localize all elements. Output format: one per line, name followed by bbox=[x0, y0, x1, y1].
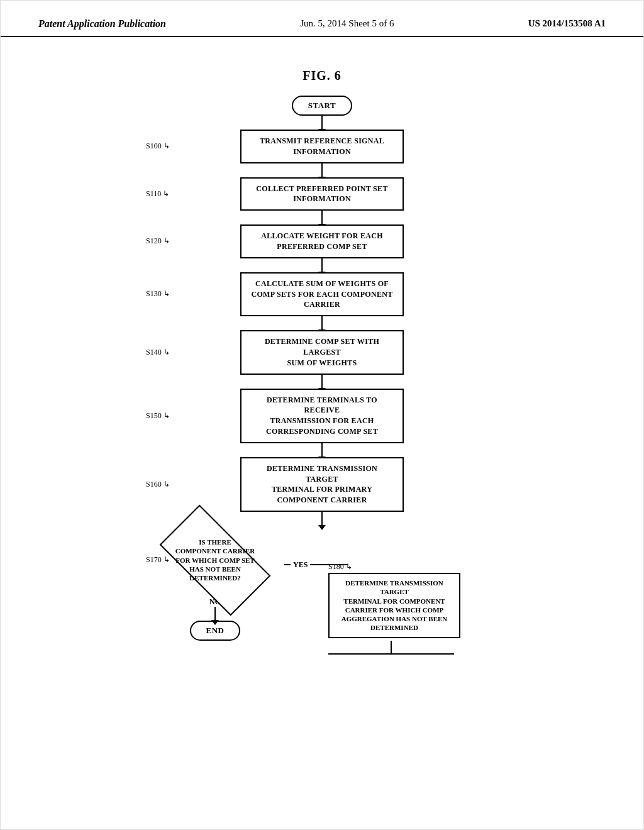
step-s100-label: S100 ↳ bbox=[146, 141, 170, 151]
start-node: START bbox=[292, 96, 352, 116]
publication-label: Patent Application Publication bbox=[38, 18, 166, 30]
arrow-no bbox=[214, 607, 216, 621]
figure-title: FIG. 6 bbox=[303, 69, 341, 83]
main-content: FIG. 6 START S100 ↳ TRANSMIT REFERENCE S… bbox=[1, 37, 643, 653]
yes-line-h1 bbox=[284, 564, 291, 565]
step-s170-text: IS THERECOMPONENT CARRIERFOR WHICH COMP … bbox=[171, 538, 259, 582]
start-shape: START bbox=[292, 96, 352, 116]
step-s130-row: S130 ↳ CALCULATE SUM OF WEIGHTS OFCOMP S… bbox=[146, 272, 498, 316]
step-s170-diamond: IS THERECOMPONENT CARRIERFOR WHICH COMP … bbox=[152, 526, 278, 595]
step-s160-row: S160 ↳ DETERMINE TRANSMISSION TARGETTERM… bbox=[146, 457, 498, 512]
back-arrow-left bbox=[328, 653, 454, 655]
step-s140-label: S140 ↳ bbox=[146, 348, 170, 357]
arrow-4 bbox=[321, 258, 323, 272]
step-s100-box: TRANSMIT REFERENCE SIGNALINFORMATION bbox=[240, 130, 404, 163]
step-s120-box: ALLOCATE WEIGHT FOR EACHPREFERRED COMP S… bbox=[240, 224, 404, 258]
yes-label: YES bbox=[293, 560, 308, 570]
step-s160-label: S160 ↳ bbox=[146, 480, 170, 489]
step-s120-label: S120 ↳ bbox=[146, 236, 170, 246]
step-s130-label: S130 ↳ bbox=[146, 289, 170, 299]
arrow-1 bbox=[321, 116, 323, 130]
patent-number-label: US 2014/153508 A1 bbox=[528, 18, 606, 29]
step-s110-row: S110 ↳ COLLECT PREFERRED POINT SETINFORM… bbox=[146, 177, 498, 211]
step-s130-box: CALCULATE SUM OF WEIGHTS OFCOMP SETS FOR… bbox=[240, 272, 404, 316]
step-s110-label: S110 ↳ bbox=[146, 189, 169, 199]
back-arrow-up bbox=[391, 641, 392, 653]
step-s140-row: S140 ↳ DETERMINE COMP SET WITH LARGESTSU… bbox=[146, 330, 498, 374]
arrow-2 bbox=[321, 163, 323, 177]
arrow-6 bbox=[321, 375, 323, 389]
step-s100-row: S100 ↳ TRANSMIT REFERENCE SIGNALINFORMAT… bbox=[146, 130, 498, 163]
date-sheet-label: Jun. 5, 2014 Sheet 5 of 6 bbox=[300, 18, 394, 29]
step-s160-box: DETERMINE TRANSMISSION TARGETTERMINAL FO… bbox=[240, 457, 404, 512]
page-header: Patent Application Publication Jun. 5, 2… bbox=[1, 1, 643, 37]
arrow-8 bbox=[321, 512, 323, 526]
flowchart: START S100 ↳ TRANSMIT REFERENCE SIGNALIN… bbox=[133, 96, 511, 641]
step-s150-box: DETERMINE TERMINALS TO RECEIVETRANSMISSI… bbox=[240, 389, 404, 443]
step-s140-box: DETERMINE COMP SET WITH LARGESTSUM OF WE… bbox=[240, 330, 404, 374]
arrow-5 bbox=[321, 316, 323, 330]
step-s150-row: S150 ↳ DETERMINE TERMINALS TO RECEIVETRA… bbox=[146, 389, 498, 443]
step-s180-label: S180 ↳ bbox=[328, 562, 352, 572]
step-s150-label: S150 ↳ bbox=[146, 411, 170, 421]
step-s180-box: DETERMINE TRANSMISSION TARGETTERMINAL FO… bbox=[328, 573, 460, 638]
arrow-7 bbox=[321, 443, 323, 457]
step-s120-row: S120 ↳ ALLOCATE WEIGHT FOR EACHPREFERRED… bbox=[146, 224, 498, 258]
arrow-3 bbox=[321, 211, 323, 224]
step-s110-box: COLLECT PREFERRED POINT SETINFORMATION bbox=[240, 177, 404, 211]
